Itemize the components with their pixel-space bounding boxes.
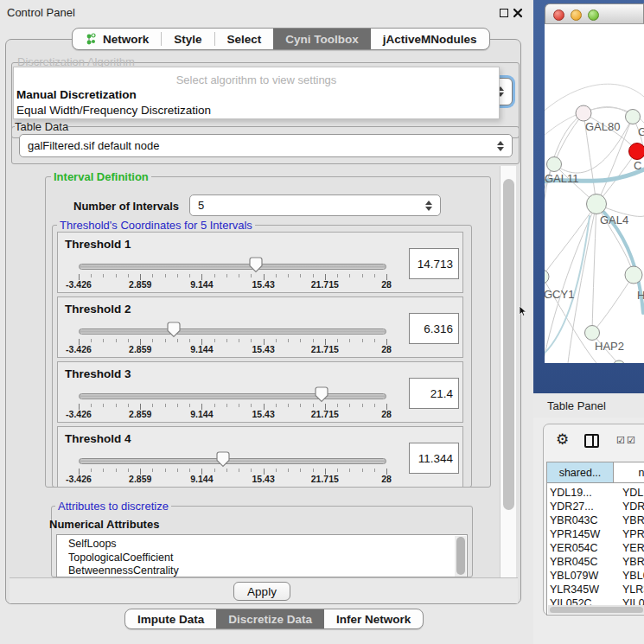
- gear-icon[interactable]: ⚙: [556, 432, 569, 447]
- tab-label: Select: [227, 33, 262, 46]
- settings-vertical-scrollbar[interactable]: [500, 166, 516, 577]
- tab-jactivemnodules[interactable]: jActiveMNodules: [371, 29, 489, 49]
- threshold-value-field[interactable]: 11.344: [409, 443, 459, 474]
- attributes-scrollbar-thumb[interactable]: [456, 537, 465, 575]
- panel-title: Control Panel: [7, 6, 75, 19]
- slider-track[interactable]: [79, 328, 386, 335]
- node-label: GAL: [638, 125, 644, 138]
- slider-tick: [337, 469, 338, 472]
- threshold-value-field[interactable]: 21.4: [409, 378, 459, 409]
- slider-tick: [337, 404, 338, 407]
- slider-tick: [300, 469, 301, 472]
- column-header[interactable]: shared...: [547, 462, 614, 482]
- slider-thumb[interactable]: [167, 322, 181, 338]
- slider-tick: [300, 274, 301, 277]
- graph-node[interactable]: [613, 360, 625, 363]
- dropdown-item-equal-width[interactable]: Equal Width/Frequency Discretization: [16, 104, 211, 117]
- apply-button[interactable]: Apply: [233, 582, 290, 601]
- attribute-item[interactable]: TopologicalCoefficient: [68, 552, 173, 564]
- slider-track[interactable]: [79, 458, 386, 464]
- slider-tick: [226, 404, 227, 407]
- slider-track[interactable]: [79, 264, 386, 270]
- table-data-group-title: Table Data: [15, 120, 68, 133]
- slider-tick: [239, 404, 239, 407]
- graph-node-gal11[interactable]: [547, 157, 562, 172]
- slider-tick: [165, 274, 166, 277]
- network-window-titlebar[interactable]: [545, 3, 644, 24]
- table-row[interactable]: YDR27...YDR2: [547, 500, 644, 513]
- table-row[interactable]: YPR145WYPR1: [547, 527, 644, 541]
- number-of-intervals-label: Number of Intervals: [73, 200, 179, 213]
- slider-scale-label: -3.426: [66, 409, 92, 419]
- table-horizontal-scrollbar[interactable]: [548, 605, 644, 614]
- table-cell: YLR3: [614, 583, 644, 596]
- slider-tick: [300, 404, 301, 407]
- table-row[interactable]: YLR345WYLR3: [547, 583, 644, 596]
- tab-infer-network[interactable]: Infer Network: [324, 609, 423, 628]
- threshold-label: Threshold 1: [65, 238, 131, 251]
- minimize-traffic-icon[interactable]: [571, 10, 582, 21]
- dropdown-item-manual-discretization[interactable]: Manual Discretization: [16, 88, 137, 101]
- table-row[interactable]: YDL19...YDL1: [547, 486, 644, 500]
- tab-label: Discretize Data: [228, 613, 312, 626]
- threshold-value-field[interactable]: 14.713: [409, 248, 459, 279]
- slider-tick: [374, 339, 375, 342]
- attributes-scrollbar[interactable]: [455, 536, 466, 577]
- numerical-attributes-list[interactable]: SelfLoopsTopologicalCoefficientBetweenne…: [56, 534, 468, 577]
- network-canvas[interactable]: GAL80GALCGAL11GAL4GCY1HIHAP2: [545, 24, 644, 363]
- tab-network[interactable]: Network: [73, 29, 161, 49]
- node-table[interactable]: shared...na YDL19...YDL1YDR27...YDR2YBR0…: [546, 462, 644, 615]
- graph-node-hi[interactable]: [625, 266, 642, 284]
- slider-track[interactable]: [79, 393, 386, 399]
- tab-discretize-data[interactable]: Discretize Data: [216, 609, 324, 628]
- graph-node-gcy1[interactable]: [545, 270, 549, 284]
- slider-tick: [152, 339, 153, 342]
- zoom-traffic-icon[interactable]: [588, 10, 599, 21]
- number-of-intervals-combobox[interactable]: 5: [189, 194, 441, 216]
- graph-node-gal4[interactable]: [587, 194, 607, 214]
- close-icon[interactable]: [513, 7, 523, 19]
- column-layout-icon[interactable]: [584, 434, 599, 448]
- checkbox-icon[interactable]: ☑: [627, 436, 635, 445]
- table-data-combobox[interactable]: galFiltered.sif default node: [19, 134, 513, 157]
- tab-select[interactable]: Select: [215, 29, 274, 49]
- settings-scrollbar-thumb[interactable]: [503, 179, 514, 510]
- slider-tick: [362, 404, 363, 407]
- slider-thumb[interactable]: [216, 451, 230, 468]
- table-cell: YER054C: [547, 541, 614, 555]
- threshold-value-field[interactable]: 6.316: [409, 313, 459, 344]
- slider-thumb[interactable]: [315, 386, 328, 403]
- float-window-icon[interactable]: [500, 9, 508, 17]
- table-row[interactable]: YBR045CYBR0: [547, 555, 644, 569]
- table-row[interactable]: YER054CYER0: [547, 541, 644, 555]
- slider-tick: [251, 469, 252, 472]
- close-traffic-icon[interactable]: [553, 10, 564, 21]
- tab-impute-data[interactable]: Impute Data: [125, 609, 216, 628]
- slider-tick: [313, 404, 314, 407]
- graph-node-hap2[interactable]: [585, 326, 600, 341]
- table-row[interactable]: YBR043CYBR0: [547, 513, 644, 527]
- table-hscrollbar-thumb[interactable]: [550, 607, 643, 613]
- tab-cyni-toolbox[interactable]: Cyni Toolbox: [273, 29, 371, 49]
- tab-style[interactable]: Style: [162, 29, 214, 49]
- table-row[interactable]: YBL079WYBL0: [547, 569, 644, 583]
- slider-scale-label: 2.859: [129, 474, 151, 484]
- slider-tick: [288, 404, 289, 407]
- slider-thumb[interactable]: [249, 257, 263, 273]
- column-header[interactable]: na: [614, 462, 644, 482]
- slider-scale-label: 15.43: [252, 474, 274, 484]
- attribute-item[interactable]: SelfLoops: [68, 538, 117, 550]
- apply-bar: Apply: [10, 577, 518, 603]
- attribute-item[interactable]: BetweennessCentrality: [68, 564, 179, 577]
- slider-tick: [103, 274, 104, 277]
- graph-node-gal[interactable]: [626, 110, 641, 124]
- slider-tick: [91, 274, 92, 277]
- slider-tick: [214, 274, 215, 277]
- combo-stepper-icon: [497, 141, 504, 151]
- slider-tick: [103, 404, 104, 407]
- graph-node-gal80[interactable]: [576, 105, 591, 121]
- checkbox-icon[interactable]: ☑: [616, 436, 625, 445]
- graph-node-c[interactable]: [629, 143, 644, 160]
- threshold-panel-3: Threshold 3-3.4262.8599.14415.4321.71528…: [57, 361, 463, 423]
- slider-tick: [349, 339, 350, 342]
